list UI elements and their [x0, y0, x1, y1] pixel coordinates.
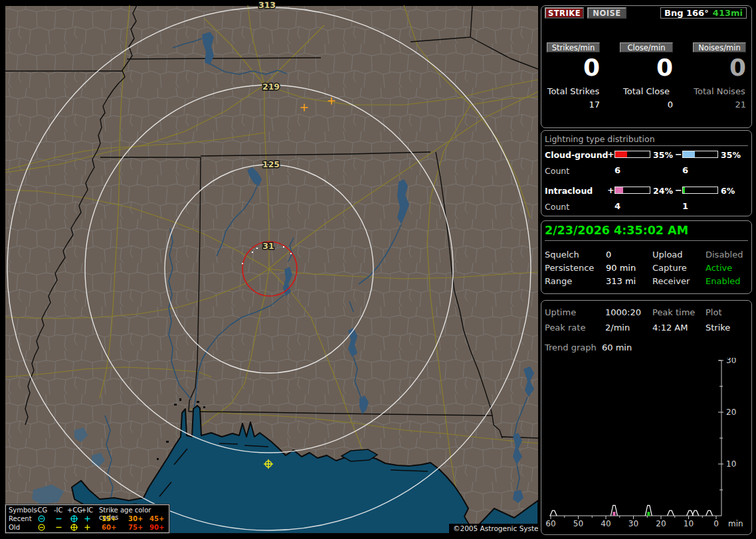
svg-text:10: 10 — [684, 519, 694, 528]
divider — [545, 145, 748, 146]
age-15: 15+ — [102, 515, 116, 522]
plot-mode-value: Strike — [706, 323, 730, 333]
neg-cg-recent-icon — [37, 514, 46, 523]
intracloud-label: Intracloud — [545, 186, 593, 196]
peak-rate-value: 2/min — [605, 323, 630, 333]
pos-cg-old-icon — [70, 523, 78, 532]
plus-sign: + — [607, 149, 614, 159]
upload-label: Upload — [652, 250, 683, 260]
receiver-label: Receiver — [652, 276, 690, 286]
minus-sign: − — [675, 185, 682, 195]
noises-column: Noises/min 0 Total Noises 21 — [693, 6, 746, 119]
cg-neg-bar — [682, 151, 718, 158]
svg-text:0: 0 — [713, 519, 719, 528]
trend-graph-value: 60 min — [602, 343, 632, 352]
ring-label-219: 219 — [262, 82, 280, 92]
noises-per-min-value: 0 — [693, 54, 746, 81]
range-value: 313 mi — [606, 276, 636, 286]
svg-text:20: 20 — [726, 408, 736, 417]
peak-time-label: Peak time — [652, 307, 695, 317]
svg-text:20: 20 — [656, 519, 666, 528]
receiver-status: Enabled — [706, 276, 741, 286]
uptime-value: 1000:20 — [605, 307, 641, 317]
persistence-value: 90 min — [606, 263, 636, 273]
distribution-title: Lightning type distribution — [545, 134, 655, 144]
strikes-per-min-header[interactable]: Strikes/min — [547, 42, 600, 52]
cg-pos-bar — [614, 151, 650, 158]
map-canvas: 313 219 125 31 ©2005 Astrogenic Systems — [5, 0, 538, 534]
age-75: 75+ — [128, 524, 143, 531]
age-45: 45+ — [149, 515, 164, 522]
age-60: 60+ — [102, 524, 116, 531]
divider — [545, 240, 748, 241]
cloud-ground-label: Cloud-ground — [545, 150, 609, 160]
persistence-label: Persistence — [545, 263, 594, 273]
trend-graph: 3020106050403020100min — [544, 358, 750, 529]
neg-ic-recent-icon — [54, 514, 63, 523]
neg-ic-old-icon — [54, 523, 63, 532]
strikes-column: Strikes/min 0 Total Strikes 17 — [547, 6, 600, 119]
ic-neg-bar-fill — [683, 187, 685, 193]
total-strikes-value: 17 — [547, 100, 600, 110]
lightning-map[interactable]: 313 219 125 31 ©2005 Astrogenic Systems — [5, 0, 538, 534]
svg-text:10: 10 — [726, 459, 736, 469]
trend-panel: Uptime 1000:20 Peak time Plot Peak rate … — [541, 300, 752, 535]
squelch-label: Squelch — [545, 250, 579, 260]
close-per-min-header[interactable]: Close/min — [620, 42, 673, 52]
cg-neg-count: 6 — [682, 165, 688, 175]
capture-label: Capture — [652, 263, 687, 273]
ring-label-31: 31 — [262, 241, 274, 251]
legend-row-recent: Recent — [9, 515, 32, 522]
legend-row-old: Old — [9, 524, 20, 531]
ic-pos-pct: 24% — [653, 186, 673, 196]
ring-label-125: 125 — [262, 159, 280, 169]
ic-pos-bar — [614, 187, 650, 194]
pos-cg-recent-icon — [70, 514, 78, 523]
minus-sign: − — [675, 149, 682, 159]
cg-pos-pct: 35% — [653, 150, 673, 160]
cg-count-label: Count — [545, 166, 569, 176]
legend-col-pos-ic: +IC — [81, 506, 93, 514]
age-30: 30+ — [128, 515, 143, 522]
total-strikes-label: Total Strikes — [547, 86, 600, 96]
ring-label-313: 313 — [258, 0, 276, 10]
total-close-value: 0 — [620, 100, 673, 110]
datetime-readout: 2/23/2026 4:35:02 AM — [545, 224, 688, 237]
neg-cg-old-icon — [37, 523, 46, 532]
pos-ic-recent-icon — [83, 514, 92, 523]
plot-label: Plot — [706, 307, 722, 317]
noises-per-min-header[interactable]: Noises/min — [693, 42, 746, 52]
age-90: 90+ — [149, 524, 164, 531]
svg-text:30: 30 — [726, 358, 736, 365]
svg-text:40: 40 — [601, 519, 611, 528]
counters-panel: STRIKE NOISE Bng 166° 413mi Strikes/min … — [541, 5, 752, 128]
map-legend: Symbols -CG -IC +CG +IC Strike age color… — [5, 504, 169, 533]
peak-rate-label: Peak rate — [545, 323, 585, 333]
cg-pos-bar-fill — [615, 151, 627, 157]
total-noises-label: Total Noises — [693, 86, 746, 96]
close-per-min-value: 0 — [620, 54, 673, 81]
ic-count-label: Count — [545, 202, 569, 212]
svg-text:50: 50 — [573, 519, 583, 528]
svg-text:60: 60 — [545, 519, 555, 528]
ic-neg-count: 1 — [682, 201, 688, 211]
ic-pos-bar-fill — [615, 187, 623, 193]
range-label: Range — [545, 276, 572, 286]
plus-sign: + — [607, 185, 614, 195]
cg-neg-pct: 35% — [721, 150, 741, 160]
ic-pos-count: 4 — [614, 201, 620, 211]
legend-col-neg-ic: -IC — [54, 506, 63, 514]
ic-neg-bar — [682, 187, 718, 194]
uptime-label: Uptime — [545, 307, 576, 317]
strikes-per-min-value: 0 — [547, 54, 600, 81]
svg-text:min: min — [728, 519, 743, 528]
legend-col-pos-cg: +CG — [67, 506, 82, 514]
pos-ic-old-icon — [83, 523, 92, 532]
squelch-value: 0 — [606, 250, 611, 260]
trend-graph-label: Trend graph — [545, 343, 597, 352]
total-noises-value: 21 — [693, 100, 746, 110]
svg-text:30: 30 — [628, 519, 638, 528]
capture-status: Active — [706, 263, 732, 273]
peak-time-value: 4:12 AM — [652, 323, 688, 333]
copyright-text: ©2005 Astrogenic Systems — [453, 524, 538, 532]
